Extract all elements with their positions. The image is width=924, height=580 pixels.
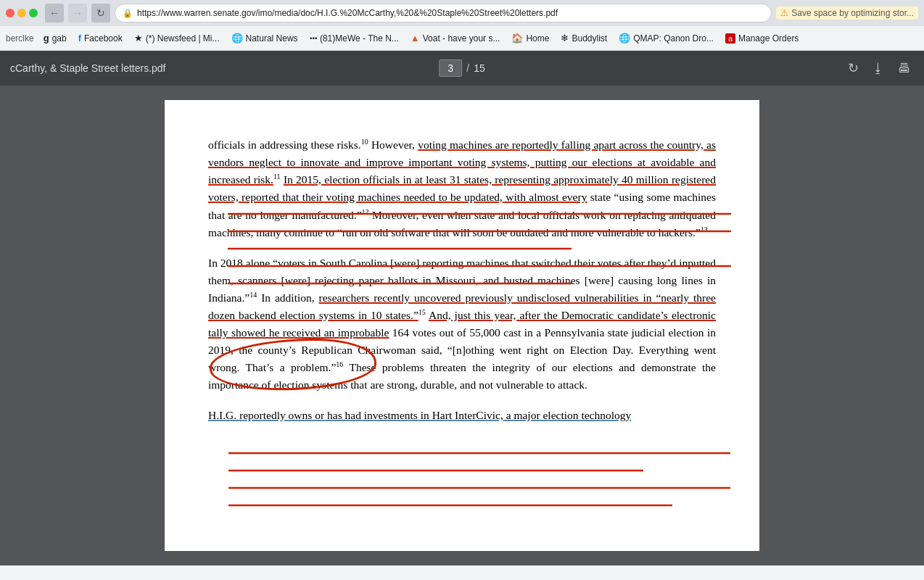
minimize-button[interactable]	[17, 9, 26, 17]
bookmark-mewe-label: (81)MeWe - The N...	[320, 33, 399, 44]
footnote-14: 14	[249, 291, 257, 299]
bookmark-voat[interactable]: ▲ Voat - have your s...	[405, 30, 506, 46]
forward-button[interactable]: →	[68, 4, 87, 22]
maximize-button[interactable]	[29, 9, 38, 17]
buddylist-icon: ❄	[561, 33, 569, 44]
gab-icon: g	[44, 33, 49, 44]
para1-text: officials in addressing these risks.10 H…	[208, 138, 716, 239]
pdf-title: cCarthy, & Staple Street letters.pdf	[10, 62, 836, 74]
bookmark-facebook-label: Facebook	[84, 33, 123, 44]
bookmark-newsfeed-label: (*) Newsfeed | Mi...	[146, 33, 220, 44]
facebook-icon: f	[78, 33, 81, 44]
bookmark-natural-news[interactable]: 🌐 Natural News	[226, 30, 303, 46]
footnote-12: 12	[362, 207, 369, 215]
annotation-underlines-para2	[165, 405, 759, 550]
bookmark-home-label: Home	[526, 33, 549, 44]
pdf-content: officials in addressing these risks.10 H…	[0, 86, 924, 566]
bookmark-qmap-label: QMAP: Qanon Dro...	[633, 33, 714, 44]
bookmark-home[interactable]: 🏠 Home	[506, 30, 554, 46]
footnote-10: 10	[361, 138, 368, 146]
bookmark-gab-label: gab	[52, 33, 67, 44]
back-button[interactable]: ←	[45, 4, 64, 22]
bookmark-mewe[interactable]: ··· (81)MeWe - The N...	[305, 30, 404, 47]
pdf-download-button[interactable]: ⭳	[869, 58, 888, 79]
bookmarks-bar: berclke g gab f Facebook ★ (*) Newsfeed …	[0, 26, 924, 51]
footnote-13: 13	[701, 225, 708, 233]
window-controls	[6, 9, 38, 17]
paragraph-1: officials in addressing these risks.10 H…	[208, 136, 716, 241]
pdf-page: officials in addressing these risks.10 H…	[165, 100, 759, 551]
notification-area: ⚠ Save space by optimizing stor...	[776, 7, 918, 20]
pdf-print-button[interactable]: 🖶	[895, 58, 914, 79]
browser-right-controls: ⚠ Save space by optimizing stor...	[776, 7, 918, 20]
pdf-page-info: / 15	[439, 59, 484, 77]
bookmark-facebook[interactable]: f Facebook	[73, 30, 128, 46]
address-bar[interactable]: 🔒 https://www.warren.senate.gov/imo/medi…	[115, 4, 772, 22]
mewe-icon: ···	[310, 32, 317, 45]
reload-button[interactable]: ↻	[91, 4, 110, 22]
paragraph-3: H.I.G. reportedly owns or has had invest…	[208, 407, 716, 424]
bookmark-qmap[interactable]: 🌐 QMAP: Qanon Dro...	[614, 30, 719, 46]
bookmark-voat-label: Voat - have your s...	[423, 33, 500, 44]
pdf-reload-button[interactable]: ↻	[845, 57, 862, 79]
pdf-page-input[interactable]	[439, 59, 462, 77]
underlined-text-2: In 2015, election officials in at least …	[208, 173, 716, 203]
underlined-text-5: H.I.G. reportedly owns or has had invest…	[208, 409, 631, 421]
page-separator: /	[466, 62, 469, 74]
qmap-icon: 🌐	[619, 33, 630, 44]
lock-icon: 🔒	[123, 9, 133, 18]
bookmark-buddylist[interactable]: ❄ Buddylist	[556, 30, 612, 46]
browser-top-bar: ← → ↻ 🔒 https://www.warren.senate.gov/im…	[0, 0, 924, 26]
footnote-15: 15	[418, 308, 426, 316]
notification-text: Save space by optimizing stor...	[791, 8, 914, 18]
bookmark-newsfeed[interactable]: ★ (*) Newsfeed | Mi...	[129, 30, 225, 46]
natural-news-icon: 🌐	[231, 33, 243, 44]
footnote-16: 16	[336, 360, 343, 368]
newsfeed-icon: ★	[134, 33, 143, 44]
footnote-11: 11	[273, 173, 281, 181]
manage-orders-icon: a	[725, 33, 735, 44]
warning-icon: ⚠	[780, 8, 788, 18]
bookmark-manage-orders[interactable]: a Manage Orders	[720, 31, 804, 46]
home-icon: 🏠	[511, 33, 523, 44]
pdf-header-right: ↻ ⭳ 🖶	[845, 57, 914, 79]
total-pages: 15	[474, 62, 485, 74]
bookmark-buddylist-label: Buddylist	[572, 33, 607, 44]
voat-icon: ▲	[411, 33, 420, 44]
pdf-header: cCarthy, & Staple Street letters.pdf / 1…	[0, 51, 924, 86]
user-label: berclke	[6, 33, 34, 44]
bookmark-gab[interactable]: g gab	[38, 30, 72, 46]
close-button[interactable]	[6, 9, 15, 17]
paragraph-2: In 2018 alone “voters in South Carolina …	[208, 254, 716, 394]
bookmark-natural-news-label: Natural News	[246, 33, 298, 44]
url-text: https://www.warren.senate.gov/imo/media/…	[137, 8, 764, 18]
bookmark-manage-orders-label: Manage Orders	[738, 33, 799, 44]
